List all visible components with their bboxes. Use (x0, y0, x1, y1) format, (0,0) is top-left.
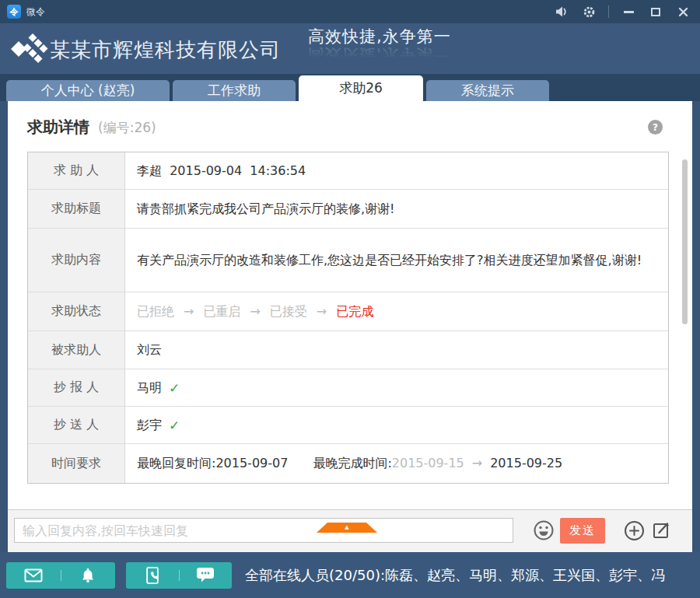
row-label: 求助内容 (28, 229, 125, 292)
close-button[interactable] (675, 4, 691, 19)
settings-gear-icon[interactable] (581, 4, 597, 19)
tab-help-26[interactable]: 求助26 (299, 75, 423, 101)
chat-bubble-icon (196, 567, 215, 584)
row-value: 李超 2015-09-04 14:36:54 (125, 152, 668, 189)
slogan-reflection: 高效快捷,永争第一 (308, 44, 451, 66)
status-step-restarted: 已重启 (203, 302, 240, 322)
status-step-accepted: 已接受 (270, 302, 307, 322)
table-row-cc-report: 抄 报 人 马明 ✓ (28, 369, 668, 407)
cc-send-name: 彭宇 (137, 415, 162, 435)
title-bar: 令 微令 (0, 0, 700, 23)
online-users-text: 全部在线人员(20/50):陈磊、赵亮、马明、郑源、王兴国、彭宇、冯 (245, 552, 692, 598)
time-requirements: 最晚回复时间: 2015-09-07 最晚完成时间: 2015-09-15 → … (125, 444, 668, 483)
status-step-completed: 已完成 (336, 302, 373, 322)
row-value: 刘云 (125, 331, 668, 369)
bell-icon (79, 567, 96, 585)
app-window: 令 微令 (0, 0, 700, 598)
chat-button[interactable] (180, 562, 233, 589)
cc-report-name: 马明 (137, 378, 162, 398)
volume-icon[interactable] (554, 4, 569, 19)
row-label: 求助标题 (28, 190, 125, 228)
table-row-status: 求助状态 已拒绝 → 已重启 → 已接受 → 已完成 (28, 292, 668, 331)
page-subtitle: (编号:26) (98, 120, 156, 135)
table-row-time: 时间要求 最晚回复时间: 2015-09-07 最晚完成时间: 2015-09-… (28, 444, 668, 483)
reply-deadline-label: 最晚回复时间: (137, 453, 215, 474)
arrow-icon: → (317, 302, 327, 322)
mail-button[interactable] (6, 562, 61, 589)
check-icon: ✓ (169, 378, 180, 398)
reply-input[interactable] (14, 518, 513, 543)
minimize-icon (624, 11, 634, 13)
company-logo (11, 32, 51, 66)
arrow-icon: → (472, 453, 482, 474)
plus-circle-icon (624, 520, 645, 541)
table-row-requester: 求 助 人 李超 2015-09-04 14:36:54 (28, 152, 668, 190)
status-step-rejected: 已拒绝 (137, 302, 174, 322)
finish-deadline-label: 最晚完成时间: (313, 453, 391, 474)
help-icon[interactable]: ? (648, 120, 663, 135)
add-button[interactable] (622, 519, 646, 542)
compose-icon (652, 520, 672, 540)
row-label: 求 助 人 (28, 152, 125, 189)
row-value-wrap: 彭宇 ✓ (125, 407, 668, 443)
page-title-row: 求助详情 (编号:26) ? (27, 117, 678, 140)
reply-deadline-date: 2015-09-07 (215, 453, 288, 474)
table-row-content: 求助内容 有关产品演示厅的改造和装修工作,您这边是否已经开始安排了?相关进度还望… (28, 229, 668, 292)
page-title: 求助详情 (27, 117, 89, 136)
table-row-title: 求助标题 请贵部抓紧完成我公司产品演示厅的装修,谢谢! (28, 190, 668, 229)
envelope-icon (24, 568, 43, 582)
speaker-icon (555, 5, 569, 18)
row-label: 被求助人 (28, 331, 125, 369)
finish-deadline-old-date: 2015-09-15 (392, 453, 464, 474)
row-label: 求助状态 (28, 292, 125, 330)
row-value: 有关产品演示厅的改造和装修工作,您这边是否已经开始安排了?相关进度还望加紧督促,… (125, 229, 668, 292)
gear-icon (583, 5, 596, 19)
message-tool-group (6, 562, 115, 589)
compose-button[interactable] (650, 519, 674, 542)
contacts-button[interactable] (126, 562, 179, 589)
table-row-helpee: 被求助人 刘云 (28, 331, 668, 369)
tab-personal-center[interactable]: 个人中心 (赵亮) (6, 80, 170, 101)
row-value-wrap: 马明 ✓ (125, 369, 668, 406)
table-row-cc-send: 抄 送 人 彭宇 ✓ (28, 407, 668, 444)
minimize-button[interactable] (621, 4, 636, 19)
row-label: 时间要求 (28, 444, 125, 483)
tab-work-help[interactable]: 工作求助 (173, 80, 296, 101)
scrollbar-thumb[interactable] (682, 159, 688, 324)
detail-table: 求 助 人 李超 2015-09-04 14:36:54 求助标题 请贵部抓紧完… (27, 152, 669, 484)
slogan-block: 高效快捷,永争第一 高效快捷,永争第一 (308, 26, 451, 66)
row-label: 抄 报 人 (28, 369, 125, 406)
main-content: 求助详情 (编号:26) ? 求 助 人 李超 2015-09-04 14:36… (8, 101, 692, 552)
row-value: 请贵部抓紧完成我公司产品演示厅的装修,谢谢! (125, 190, 668, 228)
finish-deadline-new-date: 2015-09-25 (490, 453, 562, 474)
tab-bar: 个人中心 (赵亮) 工作求助 求助26 系统提示 (0, 74, 700, 101)
status-flow: 已拒绝 → 已重启 → 已接受 → 已完成 (125, 292, 668, 330)
row-label: 抄 送 人 (28, 407, 125, 443)
company-name: 某某市辉煌科技有限公司 (50, 23, 281, 74)
contacts-phone-icon (144, 566, 161, 585)
arrow-icon: → (184, 302, 194, 322)
bottom-bar: 全部在线人员(20/50):陈磊、赵亮、马明、郑源、王兴国、彭宇、冯 (0, 552, 700, 598)
emoji-button[interactable] (532, 519, 555, 542)
contact-tool-group (126, 562, 232, 589)
close-icon (678, 7, 688, 17)
window-controls (554, 0, 691, 23)
smiley-icon (533, 519, 555, 541)
maximize-icon (651, 8, 660, 16)
maximize-button[interactable] (648, 4, 663, 19)
check-icon: ✓ (169, 415, 180, 435)
arrow-icon: → (250, 302, 260, 322)
app-header: 某某市辉煌科技有限公司 高效快捷,永争第一 高效快捷,永争第一 (0, 23, 700, 74)
app-title: 微令 (26, 0, 45, 23)
tab-system-notice[interactable]: 系统提示 (426, 80, 549, 101)
send-button[interactable]: 发送 (560, 518, 605, 544)
app-logo-icon: 令 (7, 5, 21, 19)
notification-button[interactable] (61, 562, 116, 589)
titlebar-divider (608, 5, 609, 18)
